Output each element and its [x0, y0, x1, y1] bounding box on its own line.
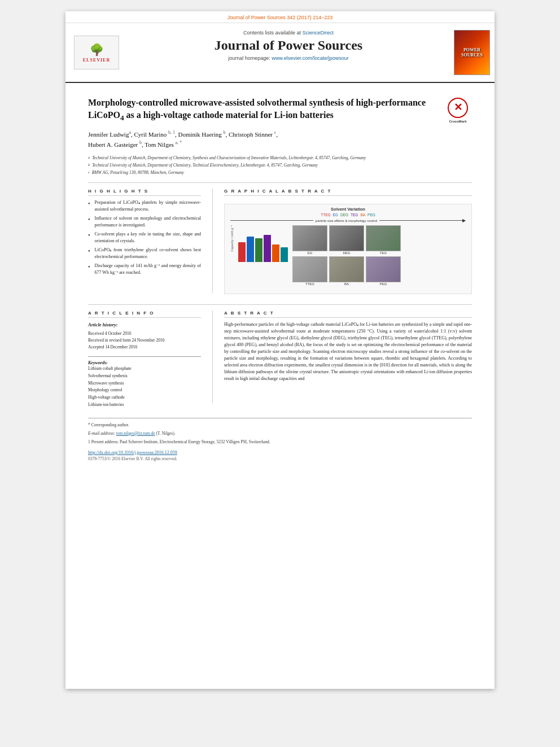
authors-line: Jennifer Ludwiga, Cyril Marino b, 1, Dom…: [88, 129, 472, 150]
keyword-5: High-voltage cathode: [88, 394, 201, 401]
graphical-abstract-col: G R A P H I C A L A B S T R A C T Solven…: [224, 183, 472, 299]
crossmark-badge[interactable]: ✕ CrossMark: [444, 97, 472, 125]
bar-teg-fill: [264, 235, 271, 263]
article-info-col: A R T I C L E I N F O Article history: R…: [88, 305, 201, 408]
thumb-peg-label: PEG: [380, 282, 387, 286]
graphical-abstract-image: Solvent Variation TTEG EG DEG TEG BA PEG: [224, 204, 472, 294]
email-note: E-mail address: tom.nilges@lrz.tum.de (T…: [88, 430, 472, 437]
aff-b-sup: b: [88, 162, 90, 168]
bar-chart-container: Capacity / mAh g⁻¹: [229, 225, 234, 286]
article-page: Journal of Power Sources 342 (2017) 214–…: [65, 11, 495, 689]
abstract-col: A B S T R A C T High-performance particl…: [224, 305, 472, 408]
bar-peg-fill: [281, 247, 288, 262]
arrow-head: ▶: [462, 218, 466, 223]
homepage-line: journal homepage: www.elsevier.com/locat…: [128, 55, 449, 61]
bar-deg: [255, 225, 262, 262]
contents-line: Contents lists available at ScienceDirec…: [128, 30, 449, 36]
solvent-peg: PEG: [368, 213, 375, 217]
solvent-tteg: TTEG: [321, 213, 330, 217]
solvent-labels: TTEG EG DEG TEG BA PEG: [225, 213, 471, 217]
journal-citation-bar: Journal of Power Sources 342 (2017) 214–…: [65, 11, 495, 23]
solvent-deg: DEG: [340, 213, 348, 217]
col-separator-2: [212, 311, 213, 403]
doi-link[interactable]: http://dx.doi.org/10.1016/j.jpowsour.201…: [88, 450, 177, 455]
arrow-label: particle size effects & morphology contr…: [316, 219, 377, 222]
author-6-aff: a, *: [176, 140, 182, 145]
elsevier-logo: 🌳 ELSEVIER: [74, 36, 119, 69]
highlights-graphical-row: H I G H L I G H T S Preparation of LiCoP…: [88, 182, 472, 299]
bar-ba: [272, 225, 279, 262]
highlights-header: H I G H L I G H T S: [88, 189, 201, 196]
thumb-tteg: TTEG: [292, 256, 327, 286]
keyword-3: Microwave synthesis: [88, 380, 201, 387]
homepage-url[interactable]: www.elsevier.com/locate/jpowsour: [272, 55, 349, 61]
highlight-5-text: Discharge capacity of 141 mAh g⁻¹ and en…: [95, 263, 201, 276]
present-address-note: 1 Present address: Paul Scherrer Institu…: [88, 439, 472, 445]
highlight-2-text: Influence of solvent on morphology and e…: [95, 215, 201, 229]
sciencedirect-link[interactable]: ScienceDirect: [303, 30, 334, 36]
bar-eg-fill: [247, 237, 254, 263]
thumb-deg-label: DEG: [343, 251, 350, 255]
corresponding-author-note: * Corresponding author.: [88, 422, 472, 429]
highlights-list: Preparation of LiCoPO₄ platelets by simp…: [88, 199, 201, 276]
article-title-block: Morphology-controlled microwave-assisted…: [88, 97, 472, 124]
solvent-ba: BA: [360, 213, 365, 217]
elsevier-logo-area: 🌳 ELSEVIER: [65, 28, 128, 77]
highlight-item-4: LiCoPO₄ from triethylene glycol co-solve…: [88, 247, 201, 260]
article-info-header: A R T I C L E I N F O: [88, 311, 201, 318]
journal-name: Journal of Power Sources: [128, 38, 449, 53]
aff-c-text: BMW AG, Petuelring 130, 80788, München, …: [92, 169, 184, 176]
thumb-deg: DEG: [329, 225, 364, 255]
affiliation-a: a Technical University of Munich, Depart…: [88, 155, 472, 161]
contents-label: Contents lists available at: [243, 30, 301, 36]
abstract-text: High-performance particles of the high-v…: [224, 321, 472, 382]
crossmark-cross-icon: ✕: [454, 101, 462, 115]
email-label: E-mail address:: [88, 431, 116, 436]
arrow-line-left: [230, 220, 313, 221]
highlight-item-2: Influence of solvent on morphology and e…: [88, 215, 201, 229]
bar-ba-fill: [272, 244, 279, 262]
ga-middle-row: Capacity / mAh g⁻¹: [225, 224, 471, 287]
abstract-header: A B S T R A C T: [224, 311, 472, 318]
thumb-teg: TEG: [366, 225, 401, 255]
crossmark-circle: ✕: [448, 98, 468, 118]
homepage-label: journal homepage:: [228, 55, 270, 61]
highlight-4-text: LiCoPO₄ from triethylene glycol co-solve…: [95, 247, 201, 260]
thumb-teg-img: [366, 225, 401, 251]
solvent-eg: EG: [333, 213, 338, 217]
keyword-6: Lithium-ion batteries: [88, 401, 201, 409]
solvent-teg: TEG: [351, 213, 358, 217]
thumb-tteg-img: [292, 256, 327, 282]
keyword-4: Morphology control: [88, 387, 201, 394]
email-link[interactable]: tom.nilges@lrz.tum.de: [116, 431, 155, 436]
received-revised-date: Received in revised form 24 November 201…: [88, 337, 201, 344]
arrow-row: particle size effects & morphology contr…: [225, 217, 471, 224]
ga-content: Solvent Variation TTEG EG DEG TEG BA PEG: [225, 204, 471, 294]
footnotes-block: * Corresponding author. E-mail address: …: [88, 418, 472, 445]
author-2-aff: b, 1: [168, 130, 175, 135]
y-axis-label: Capacity / mAh g⁻¹: [230, 225, 234, 252]
bar-eg: [247, 225, 254, 262]
highlight-3-text: Co-solvent plays a key role in tuning th…: [95, 231, 201, 244]
aff-c-sup: c: [88, 169, 90, 176]
author-5: Hubert A. Gasteiger: [88, 141, 139, 148]
article-info-content: Article history: Received 4 October 2016…: [88, 321, 201, 351]
bar-deg-fill: [255, 238, 262, 262]
journal-title-area: Contents lists available at ScienceDirec…: [128, 28, 449, 77]
aff-b-text: Technical University of Munich, Departme…: [92, 162, 318, 168]
journal-cover-image: POWERSOURCES: [454, 30, 490, 75]
graphical-abstract-content: Solvent Variation TTEG EG DEG TEG BA PEG: [224, 199, 472, 299]
article-info-abstract-row: A R T I C L E I N F O Article history: R…: [88, 304, 472, 408]
keywords-list: Lithium cobalt phosphate Solvothermal sy…: [88, 365, 201, 409]
article-history-label: Article history:: [88, 321, 201, 329]
aff-a-sup: a: [88, 155, 90, 161]
keyword-1: Lithium cobalt phosphate: [88, 365, 201, 373]
bar-chart: [236, 225, 290, 262]
bar-tteg: [238, 225, 246, 262]
thumb-eg: EG: [292, 225, 327, 255]
thumb-teg-label: TEG: [380, 251, 387, 255]
affiliations-block: a Technical University of Munich, Depart…: [88, 155, 472, 176]
bar-tteg-fill: [238, 242, 246, 263]
crossmark-label: CrossMark: [449, 119, 466, 124]
thumb-ba-img: [329, 256, 364, 282]
